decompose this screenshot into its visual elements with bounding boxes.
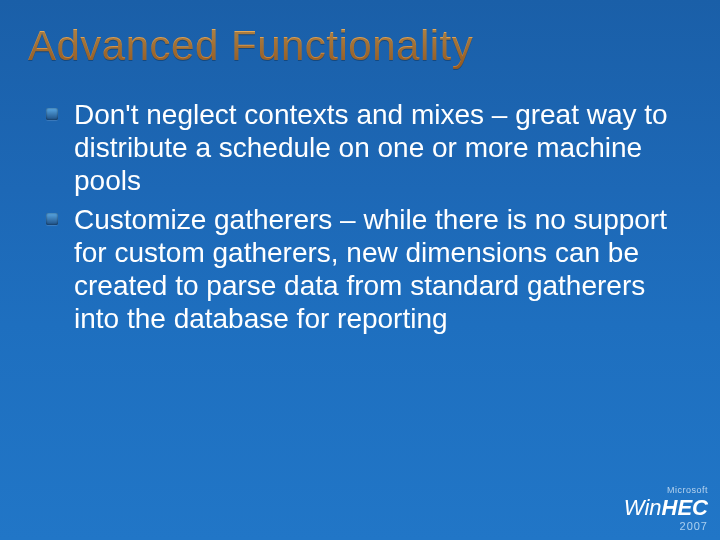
bullet-list: Don't neglect contexts and mixes – great…: [40, 98, 680, 341]
brand-suffix: HEC: [662, 495, 708, 520]
brand-year: 2007: [624, 521, 708, 532]
vendor-label: Microsoft: [624, 486, 708, 495]
list-item: Customize gatherers – while there is no …: [40, 203, 680, 341]
brand-label: WinHEC: [624, 497, 708, 519]
list-item: Don't neglect contexts and mixes – great…: [40, 98, 680, 203]
slide-title: Advanced Functionality: [0, 0, 720, 70]
brand-prefix: Win: [624, 495, 662, 520]
footer-logo: Microsoft WinHEC 2007: [624, 486, 708, 532]
